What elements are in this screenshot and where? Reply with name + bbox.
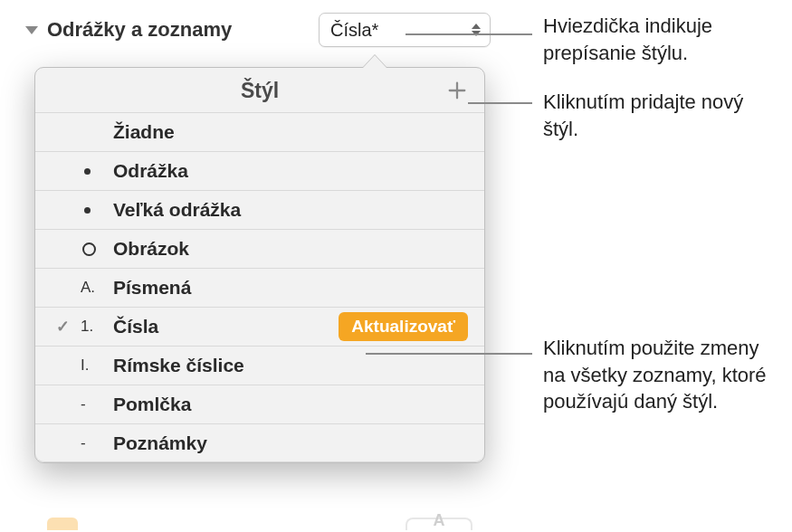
- style-item-label: Pomlčka: [113, 394, 468, 415]
- list-marker: -: [81, 434, 113, 452]
- add-style-button[interactable]: [444, 78, 470, 103]
- style-item[interactable]: ✓1.ČíslaAktualizovať: [35, 307, 484, 346]
- style-list: ŽiadneOdrážkaVeľká odrážkaObrázokA.Písme…: [35, 112, 484, 462]
- list-marker: [81, 168, 113, 175]
- list-marker: -: [81, 395, 113, 413]
- style-item[interactable]: -Pomlčka: [35, 385, 484, 423]
- callout-line: [406, 33, 532, 35]
- popover-header: Štýl: [35, 68, 484, 112]
- style-item-label: Čísla: [113, 316, 339, 337]
- list-marker: A.: [81, 279, 113, 297]
- list-marker: I.: [81, 356, 113, 375]
- color-swatch-peek: [47, 518, 78, 530]
- style-item-label: Veľká odrážka: [113, 199, 468, 221]
- style-item[interactable]: Odrážka: [35, 151, 484, 190]
- list-marker: 1.: [81, 318, 113, 336]
- update-style-button[interactable]: Aktualizovať: [339, 312, 468, 341]
- style-item-label: Rímske číslice: [113, 355, 468, 376]
- callout-line: [468, 102, 532, 104]
- section-title: Odrážky a zoznamy: [47, 18, 232, 42]
- style-item-label: Žiadne: [113, 121, 468, 143]
- style-item[interactable]: Žiadne: [35, 112, 484, 151]
- style-item-label: Odrážka: [113, 160, 468, 182]
- style-item[interactable]: A.Písmená: [35, 268, 484, 307]
- checkmark-icon: ✓: [44, 317, 81, 337]
- list-marker: [81, 242, 113, 256]
- list-marker: [81, 207, 113, 214]
- bullets-lists-header: Odrážky a zoznamy Čísla*: [22, 7, 494, 58]
- popover-title: Štýl: [241, 79, 279, 102]
- style-item-label: Písmená: [113, 277, 468, 299]
- callout-add: Kliknutím pridajte nový štýl.: [543, 89, 769, 142]
- style-item[interactable]: I.Rímske číslice: [35, 346, 484, 385]
- style-item[interactable]: -Poznámky: [35, 423, 484, 462]
- callout-line: [366, 353, 532, 355]
- bottom-toolbar-peek: A: [34, 518, 485, 530]
- style-select[interactable]: Čísla*: [319, 13, 491, 47]
- style-select-value: Čísla*: [330, 20, 378, 41]
- style-item[interactable]: Veľká odrážka: [35, 190, 484, 229]
- font-button-peek: A: [406, 518, 472, 530]
- style-item-label: Obrázok: [113, 238, 468, 260]
- style-item-label: Poznámky: [113, 432, 468, 454]
- style-popover: Štýl ŽiadneOdrážkaVeľká odrážkaObrázokA.…: [34, 67, 485, 463]
- plus-icon: [447, 81, 467, 100]
- callout-asterisk: Hviezdička indikuje prepísanie štýlu.: [543, 13, 769, 66]
- style-item[interactable]: Obrázok: [35, 229, 484, 268]
- disclosure-triangle-icon[interactable]: [25, 26, 38, 34]
- callout-update: Kliknutím použite zmeny na všetky zoznam…: [543, 335, 778, 415]
